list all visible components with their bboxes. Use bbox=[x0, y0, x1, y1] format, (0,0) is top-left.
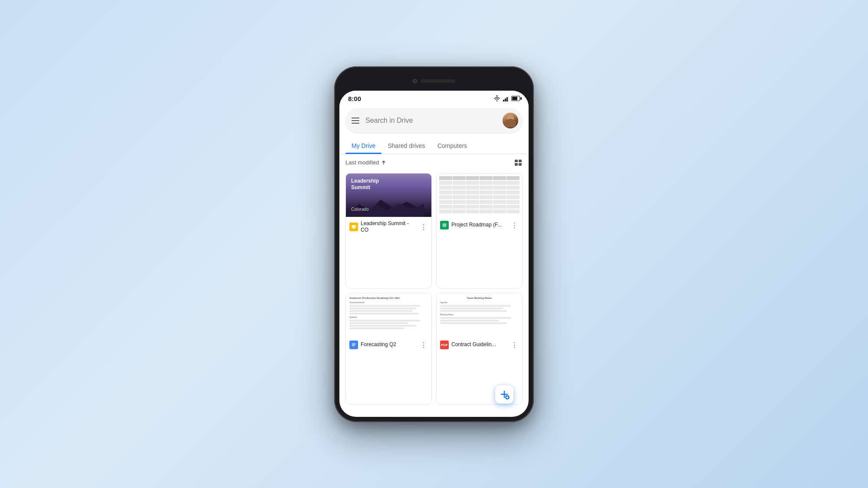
svg-rect-22 bbox=[352, 344, 355, 344]
speaker bbox=[421, 79, 455, 83]
status-bar: 8:00 bbox=[339, 91, 529, 105]
sort-label[interactable]: Last modified bbox=[345, 159, 387, 166]
status-icons bbox=[493, 95, 520, 102]
phone-screen: 8:00 bbox=[339, 91, 529, 417]
svg-rect-3 bbox=[506, 97, 508, 102]
thumbnail-spreadsheet bbox=[437, 174, 522, 217]
svg-rect-4 bbox=[508, 96, 509, 102]
avatar[interactable] bbox=[503, 113, 518, 128]
svg-rect-2 bbox=[505, 98, 506, 102]
svg-rect-14 bbox=[353, 229, 355, 229]
tab-computers[interactable]: Computers bbox=[431, 138, 473, 154]
svg-rect-24 bbox=[352, 346, 355, 346]
file-name-contract: Contract Guidelin... bbox=[451, 341, 507, 348]
sort-bar: Last modified bbox=[339, 154, 529, 171]
signal-icon bbox=[503, 95, 509, 102]
tab-my-drive[interactable]: My Drive bbox=[345, 138, 381, 154]
slides-icon bbox=[349, 223, 358, 231]
thumbnail-contract: Team Meeting Notes Agenda Meeting Notes bbox=[437, 293, 522, 337]
hamburger-icon[interactable] bbox=[352, 118, 359, 124]
search-placeholder[interactable]: Search in Drive bbox=[365, 117, 503, 124]
wifi-icon bbox=[493, 95, 501, 102]
mountains-svg bbox=[346, 195, 424, 217]
thumbnail-doc: Anderson Production Roadmap Oct 15th Ann… bbox=[346, 293, 431, 337]
sort-arrow-icon bbox=[381, 160, 387, 166]
file-card-forecasting[interactable]: Anderson Production Roadmap Oct 15th Ann… bbox=[345, 293, 432, 405]
sheets-icon bbox=[440, 221, 449, 229]
file-info-leadership: Leadership Summit - CO ⋮ bbox=[346, 217, 431, 237]
list-view-toggle[interactable] bbox=[514, 158, 523, 167]
svg-rect-5 bbox=[515, 160, 518, 162]
svg-rect-1 bbox=[503, 100, 504, 102]
search-bar-container: Search in Drive bbox=[339, 105, 529, 138]
file-name-roadmap: Project Roadmap (F... bbox=[451, 222, 507, 229]
svg-rect-8 bbox=[519, 163, 522, 166]
camera bbox=[413, 79, 417, 83]
status-time: 8:00 bbox=[348, 95, 361, 102]
more-menu-contract[interactable]: ⋮ bbox=[510, 340, 519, 350]
phone-top-bar bbox=[339, 72, 529, 91]
svg-rect-16 bbox=[443, 223, 447, 227]
file-card-roadmap[interactable]: Project Roadmap (F... ⋮ bbox=[436, 173, 523, 288]
svg-rect-23 bbox=[352, 344, 355, 345]
leadership-summit-title: LeadershipSummit bbox=[351, 178, 379, 191]
leadership-summit-location: Colorado bbox=[351, 207, 369, 212]
docs-icon bbox=[349, 341, 358, 349]
svg-rect-12 bbox=[352, 225, 356, 228]
thumbnail-leadership: LeadershipSummit Colorado bbox=[346, 174, 431, 217]
phone-outer: 8:00 bbox=[334, 66, 534, 422]
fab-button[interactable] bbox=[495, 385, 514, 404]
more-menu-roadmap[interactable]: ⋮ bbox=[510, 220, 519, 230]
tab-shared-drives[interactable]: Shared drives bbox=[381, 138, 431, 154]
search-bar[interactable]: Search in Drive bbox=[345, 108, 523, 133]
add-icon bbox=[499, 389, 510, 400]
file-info-forecasting: Forecasting Q2 ⋮ bbox=[346, 337, 431, 354]
file-info-contract: PDF Contract Guidelin... ⋮ bbox=[437, 337, 522, 354]
tabs-container: My Drive Shared drives Computers bbox=[339, 138, 529, 154]
pdf-icon: PDF bbox=[440, 341, 449, 349]
svg-point-0 bbox=[496, 100, 497, 101]
battery-icon bbox=[511, 96, 520, 101]
file-name-forecasting: Forecasting Q2 bbox=[361, 341, 417, 348]
more-menu-leadership[interactable]: ⋮ bbox=[419, 222, 428, 232]
svg-rect-13 bbox=[353, 228, 354, 229]
file-name-leadership: Leadership Summit - CO bbox=[361, 220, 417, 234]
svg-rect-7 bbox=[515, 163, 518, 166]
svg-rect-6 bbox=[519, 160, 522, 162]
file-info-roadmap: Project Roadmap (F... ⋮ bbox=[437, 217, 522, 234]
file-card-leadership[interactable]: LeadershipSummit Colorado Leadership Sum… bbox=[345, 173, 432, 288]
grid-list-icon bbox=[514, 158, 523, 167]
files-grid: LeadershipSummit Colorado Leadership Sum… bbox=[339, 171, 529, 411]
more-menu-forecasting[interactable]: ⋮ bbox=[419, 340, 428, 350]
